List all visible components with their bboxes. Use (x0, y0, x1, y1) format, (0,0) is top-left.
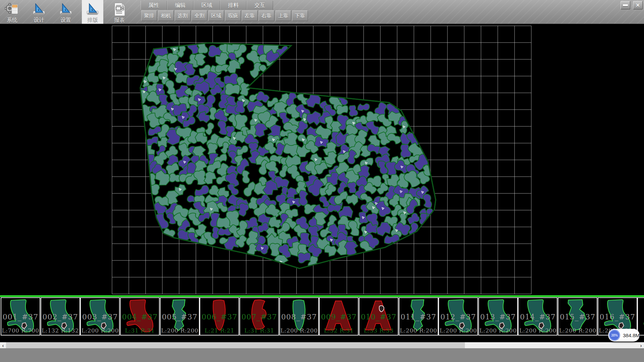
piece-thumbnail-strip: 001_#37 L:700 R:700 002_#37 L:132 R:132 … (0, 295, 644, 342)
tool-button-5[interactable]: 区域 (208, 10, 224, 21)
tool-button-7[interactable]: 左靠 (242, 10, 258, 21)
mode-button-label: 排版 (87, 17, 98, 23)
piece-shape (203, 298, 236, 335)
piece-thumbnail-17[interactable]: 0 L: (637, 297, 644, 336)
piece-shape (282, 298, 316, 335)
mode-button-1[interactable]: 系统 (1, 0, 23, 24)
window-controls: ✕ (621, 1, 643, 9)
progress-percent: 38% (611, 334, 618, 337)
piece-thumbnail-15[interactable]: 015_#37 L:200 R:200 (558, 297, 597, 336)
piece-thumbnail-8[interactable]: 008_#37 L:200 R:200 (279, 297, 319, 336)
mode-button-4[interactable]: 排版 (82, 0, 103, 24)
tool-button-6[interactable]: 瑕疵 (225, 10, 241, 21)
tool-button-10[interactable]: 下靠 (292, 10, 308, 21)
piece-shape (561, 298, 594, 335)
mode-button-label: 系统 (7, 17, 17, 23)
piece-shape (402, 298, 435, 335)
piece-thumbnail-14[interactable]: 014_#37 L:200 R:200 (518, 297, 557, 336)
tool-button-1[interactable]: 聚排 (141, 10, 157, 21)
piece-thumbnail-13[interactable]: 013_#37 L:200 R:200 (478, 297, 518, 336)
piece-shape (441, 298, 475, 335)
piece-thumbnail-9[interactable]: 009_#37 L:32 R:31 (319, 297, 359, 336)
set-square-icon (85, 2, 100, 16)
report-icon (112, 2, 127, 16)
piece-thumbnail-12[interactable]: 012_#37 L:200 R:200 (438, 297, 478, 336)
piece-shape (322, 298, 356, 335)
piece-shape (521, 298, 554, 335)
menu-button-5[interactable]: 交互 (247, 1, 273, 10)
piece-thumbnail-2[interactable]: 002_#37 L:132 R:132 (41, 297, 80, 336)
tool-button-9[interactable]: 上靠 (275, 10, 291, 21)
progress-indicator: 38% 384.8M (608, 329, 640, 342)
mode-button-3[interactable]: 设置 (55, 0, 76, 24)
status-strip (0, 348, 644, 362)
main-mode-buttons: 系统 设计 设置 排版 报表 (1, 0, 136, 24)
mode-button-label: 报表 (114, 17, 125, 23)
menu-row: 属性编辑区域排料交互 (141, 1, 273, 10)
menu-button-4[interactable]: 排料 (220, 1, 247, 10)
mode-button-5[interactable]: 报表 (109, 0, 130, 24)
mode-button-label: 设置 (60, 17, 71, 23)
piece-shape (640, 298, 644, 335)
progress-circle: 38% (609, 329, 620, 341)
close-button[interactable]: ✕ (633, 1, 643, 9)
menu-button-2[interactable]: 编辑 (167, 1, 194, 10)
piece-shape (243, 298, 276, 335)
piece-shape (163, 298, 197, 335)
scroll-left-arrow[interactable]: ‹ (0, 342, 6, 348)
minimize-button[interactable] (621, 1, 630, 9)
tool-row: 聚排相机选割全割区域瑕疵左靠右靠上靠下靠 (141, 10, 309, 21)
tool-button-4[interactable]: 全割 (192, 10, 207, 21)
gear-icon (5, 2, 19, 16)
mode-button-2[interactable]: 设计 (28, 0, 50, 24)
scroll-right-arrow[interactable]: › (638, 342, 644, 348)
minimize-icon (623, 4, 628, 6)
strip-separator-line (0, 295, 644, 297)
horizontal-scrollbar[interactable]: ‹ › (0, 342, 644, 348)
piece-shape (362, 298, 395, 335)
scrollbar-thumb[interactable] (6, 342, 465, 348)
set-square-icon (58, 2, 73, 16)
mode-button-label: 设计 (34, 17, 44, 23)
piece-thumbnail-10[interactable]: 010_#37 L:33 R:33 (359, 297, 398, 336)
set-square-icon (32, 2, 46, 16)
piece-shape (4, 298, 37, 335)
piece-thumbnail-6[interactable]: 006_#37 L:21 R:21 (200, 297, 239, 336)
piece-shape (83, 298, 117, 335)
menu-button-1[interactable]: 属性 (141, 1, 167, 10)
piece-shape (123, 298, 157, 335)
piece-thumbnail-11[interactable]: 011_#37 L:200 R:200 (399, 297, 438, 336)
piece-shape (44, 298, 77, 335)
piece-thumbnail-7[interactable]: 007_#37 L:31 R:31 (239, 297, 279, 336)
piece-thumbnail-5[interactable]: 005_#37 L:200 R:200 (160, 297, 200, 336)
toolbar: 系统 设计 设置 排版 报表 属性编辑区域排料交互 聚排相机选割全割区域瑕疵左靠… (0, 0, 644, 24)
app-window: 系统 设计 设置 排版 报表 属性编辑区域排料交互 聚排相机选割全割区域瑕疵左靠… (0, 0, 644, 362)
piece-thumbnail-4[interactable]: 004_#37 L:31 R:31 (120, 297, 160, 336)
piece-thumbnail-3[interactable]: 003_#37 L:200 R:200 (80, 297, 120, 336)
tool-button-2[interactable]: 相机 (158, 10, 174, 21)
piece-shape (481, 298, 515, 335)
close-icon: ✕ (636, 2, 640, 8)
tool-button-8[interactable]: 右靠 (259, 10, 274, 21)
menu-button-3[interactable]: 区域 (194, 1, 220, 10)
tool-button-3[interactable]: 选割 (175, 10, 191, 21)
nesting-drawing (0, 24, 644, 295)
piece-cells: 001_#37 L:700 R:700 002_#37 L:132 R:132 … (0, 297, 644, 336)
piece-thumbnail-1[interactable]: 001_#37 L:700 R:700 (1, 297, 40, 336)
nesting-canvas[interactable] (0, 24, 644, 295)
memory-usage: 384.8M (623, 333, 640, 338)
